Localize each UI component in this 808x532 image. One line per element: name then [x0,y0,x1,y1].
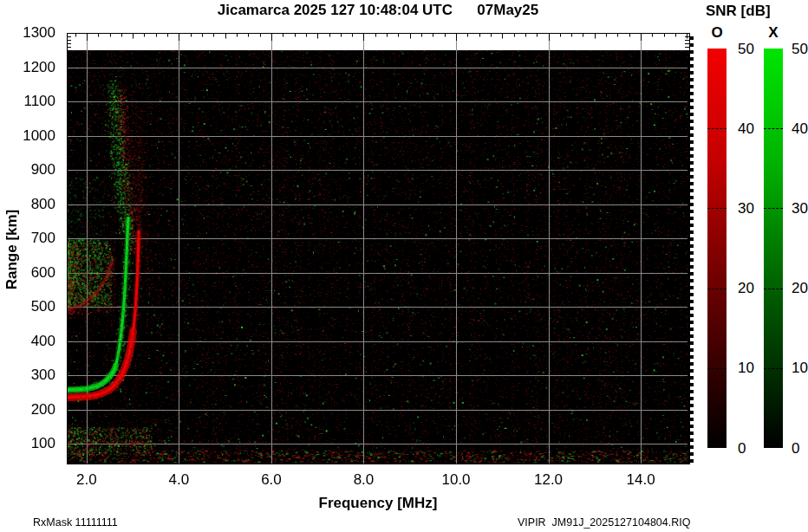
y-tick-label: 600 [0,265,55,280]
ionogram-page: { "header": { "title": "Jicamarca 2025 1… [0,0,808,532]
x-tick-label: 10.0 [432,472,480,487]
x-mode-colorbar [764,49,783,448]
y-tick-label: 200 [0,402,55,417]
colorbar-tick-label: 40 [738,121,767,136]
y-tick-label: 1000 [0,128,55,143]
colorbar-tick-mark [707,289,727,289]
x-tick-label: 12.0 [525,472,573,487]
x-mode-label: X [764,25,783,40]
plot-title: Jicamarca 2025 127 10:48:04 UTC 07May25 [67,2,689,19]
y-tick-label: 900 [0,162,55,177]
colorbar-tick-mark [707,128,727,129]
x-tick-label: 4.0 [154,472,203,487]
rxmask-status-text: RxMask 11111111 [33,516,118,529]
y-tick-label: 1100 [0,94,55,108]
colorbar-tick-label: 10 [738,360,767,375]
colorbar-tick-mark [707,208,727,209]
y-tick-label: 500 [0,299,55,314]
o-mode-label: O [707,25,727,40]
data-file-text: VIPIR JM91J_2025127104804.RIQ [518,516,690,529]
y-tick-label: 100 [0,436,55,451]
o-mode-colorbar [707,49,727,448]
y-tick-label: 700 [0,230,55,245]
colorbar-tick-label: 20 [792,281,808,295]
x-tick-label: 14.0 [616,472,665,487]
colorbar-title: SNR [dB] [706,3,808,20]
colorbar-tick-label: 30 [792,201,808,216]
colorbar-tick-label: 0 [738,441,767,456]
x-axis-title: Frequency [MHz] [67,495,689,512]
y-tick-label: 400 [0,334,55,348]
y-tick-label: 300 [0,367,55,382]
y-tick-label: 1200 [0,60,55,75]
colorbar-tick-label: 0 [792,441,808,456]
colorbar-tick-label: 20 [738,281,767,295]
x-tick-label: 6.0 [247,472,296,487]
y-tick-label: 1300 [0,25,55,40]
colorbar-tick-label: 30 [738,201,767,216]
colorbar-tick-mark [707,368,727,369]
x-tick-label: 8.0 [339,472,388,487]
x-tick-label: 2.0 [62,472,111,487]
colorbar-tick-label: 50 [792,42,808,56]
colorbar-tick-label: 10 [792,360,808,375]
colorbar-tick-label: 50 [738,42,767,56]
y-tick-label: 800 [0,197,55,211]
colorbar-tick-label: 40 [792,121,808,136]
ionogram-canvas [0,0,702,532]
